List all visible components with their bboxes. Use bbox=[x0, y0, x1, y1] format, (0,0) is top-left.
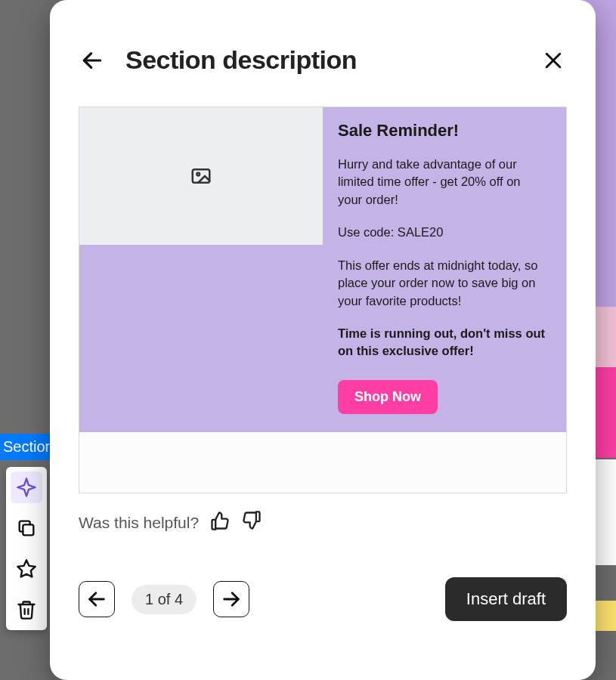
feedback-row: Was this helpful? bbox=[79, 510, 567, 535]
prev-button[interactable] bbox=[79, 581, 115, 617]
shop-now-button[interactable]: Shop Now bbox=[338, 380, 438, 414]
preview-paragraph-bold: Time is running out, don't miss out on t… bbox=[338, 325, 548, 360]
back-button[interactable] bbox=[79, 47, 106, 74]
insert-draft-button[interactable]: Insert draft bbox=[445, 577, 567, 621]
preview-paragraph: Use code: SALE20 bbox=[338, 224, 548, 241]
preview-paragraph: This offer ends at midnight today, so pl… bbox=[338, 257, 548, 310]
next-button[interactable] bbox=[213, 581, 249, 617]
trash-icon[interactable] bbox=[11, 594, 42, 626]
star-icon[interactable] bbox=[11, 553, 42, 585]
close-button[interactable] bbox=[540, 47, 567, 74]
floating-toolbar bbox=[6, 467, 47, 630]
page-indicator: 1 of 4 bbox=[132, 585, 197, 614]
preview-paragraph: Hurry and take advantage of our limited … bbox=[338, 156, 548, 209]
image-placeholder bbox=[79, 107, 323, 245]
sparkle-icon[interactable] bbox=[11, 471, 42, 503]
preview-footer bbox=[79, 432, 566, 493]
svg-point-2 bbox=[197, 173, 200, 176]
bg-decor bbox=[593, 601, 616, 631]
draft-preview: Sale Reminder! Hurry and take advantage … bbox=[79, 107, 567, 493]
feedback-prompt: Was this helpful? bbox=[79, 514, 199, 532]
svg-rect-0 bbox=[23, 524, 33, 535]
modal-title: Section description bbox=[125, 45, 357, 75]
bg-decor bbox=[593, 459, 616, 565]
section-description-modal: Section description Sale Reminder! Hurry… bbox=[50, 0, 596, 680]
modal-controls: 1 of 4 Insert draft bbox=[79, 577, 567, 621]
preview-text: Sale Reminder! Hurry and take advantage … bbox=[323, 107, 566, 432]
copy-icon[interactable] bbox=[11, 512, 42, 544]
thumbs-up-icon[interactable] bbox=[209, 510, 231, 535]
modal-header: Section description bbox=[79, 45, 567, 75]
preview-heading: Sale Reminder! bbox=[338, 121, 548, 141]
thumbs-down-icon[interactable] bbox=[241, 510, 262, 535]
image-icon bbox=[190, 165, 212, 187]
